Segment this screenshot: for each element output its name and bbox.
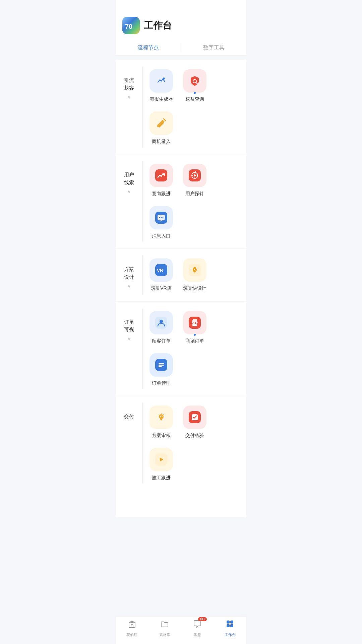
tool-mall-order[interactable]: 商场订单 <box>180 308 210 347</box>
messages-label: 消息 <box>194 632 201 637</box>
poster-icon-bg <box>149 69 173 93</box>
mall-order-icon-bg <box>183 311 206 334</box>
svg-line-39 <box>163 415 164 415</box>
nav-workbench[interactable]: 工作台 <box>214 619 247 637</box>
tab-digital[interactable]: 数字工具 <box>181 40 247 55</box>
attract-items: 海报生成器 权益查询 <box>143 66 246 147</box>
customer-order-label: 顾客订单 <box>152 338 171 344</box>
arrow-right-icon-bg <box>149 448 173 471</box>
rights-icon-bg <box>183 69 206 93</box>
messages-badge: 99+ <box>198 617 206 621</box>
section-leads: 用户线索 ∨ 意向跟进 <box>116 154 246 249</box>
nav-materials[interactable]: 素材库 <box>148 619 181 637</box>
customer-order-icon-bg <box>149 311 173 334</box>
svg-point-20 <box>163 217 164 218</box>
svg-line-38 <box>159 415 159 415</box>
svg-point-19 <box>161 217 162 218</box>
tool-arrow-right[interactable]: 施工跟进 <box>146 445 176 484</box>
svg-rect-45 <box>230 621 233 624</box>
leads-items: 意向跟进 用户探针 <box>143 161 246 242</box>
section-label-delivery: 交付 <box>116 403 142 421</box>
tool-order-manage[interactable]: 订单管理 <box>146 351 176 389</box>
section-label-attract: 引流获客 ∨ <box>116 66 142 100</box>
order-chevron[interactable]: ∨ <box>127 336 131 341</box>
tool-probe[interactable]: 用户探针 <box>180 161 210 200</box>
shop-icon <box>127 619 137 631</box>
tabs-bar: 流程节点 数字工具 <box>116 40 246 56</box>
tool-customer-order[interactable]: 顾客订单 <box>146 308 176 347</box>
nav-my-shop[interactable]: 我的店 <box>116 619 148 637</box>
attract-chevron[interactable]: ∨ <box>127 94 131 100</box>
mall-order-dot <box>194 334 196 336</box>
leads-chevron[interactable]: ∨ <box>127 189 131 194</box>
probe-icon-bg <box>183 164 206 187</box>
nav-messages[interactable]: 99+ 消息 <box>181 619 214 637</box>
content-area: 引流获客 ∨ 海报生成器 <box>116 60 246 517</box>
svg-rect-44 <box>227 621 230 624</box>
section-attract: 引流获客 ∨ 海报生成器 <box>116 60 246 154</box>
check-box-label: 交付核验 <box>185 432 204 439</box>
svg-rect-31 <box>159 365 164 366</box>
check-box-icon-bg <box>183 406 206 429</box>
grid-icon <box>225 619 235 631</box>
svg-rect-35 <box>160 419 162 420</box>
rights-label: 权益查询 <box>185 96 204 103</box>
tool-rights[interactable]: 权益查询 <box>180 66 210 105</box>
svg-point-15 <box>194 174 196 176</box>
arrow-right-label: 施工跟进 <box>152 475 171 481</box>
design-label: 方案设计 <box>124 266 134 281</box>
tool-opportunity[interactable]: 商机录入 <box>146 109 176 148</box>
tool-poster[interactable]: 海报生成器 <box>146 66 176 105</box>
svg-point-26 <box>160 320 163 323</box>
opportunity-label: 商机录入 <box>152 138 171 145</box>
delivery-items: 方案审核 交付核验 <box>143 403 246 484</box>
intention-icon-bg <box>149 164 173 187</box>
attract-label: 引流获客 <box>124 76 134 92</box>
section-order: 订单可视 ∨ 顾客订单 <box>116 302 246 396</box>
design-items: VR 筑巢VR店 筑巢快设计 <box>143 256 246 294</box>
svg-rect-30 <box>159 363 164 364</box>
my-shop-label: 我的店 <box>126 632 137 637</box>
tool-quick-design[interactable]: 筑巢快设计 <box>180 256 210 294</box>
poster-label: 海报生成器 <box>149 96 173 103</box>
design-chevron[interactable]: ∨ <box>127 283 131 289</box>
chat-bubble-icon: 99+ <box>193 619 202 631</box>
tab-flow[interactable]: 流程节点 <box>116 40 181 55</box>
section-design: 方案设计 ∨ VR 筑巢VR店 <box>116 249 246 302</box>
rights-dot <box>194 92 196 94</box>
tool-check-box[interactable]: 交付核验 <box>180 403 210 442</box>
quick-design-label: 筑巢快设计 <box>183 285 206 292</box>
mall-order-label: 商场订单 <box>185 338 204 344</box>
workbench-label: 工作台 <box>225 632 236 637</box>
vr-shop-icon-bg: VR <box>149 258 173 282</box>
message-label: 消息入口 <box>152 233 171 239</box>
svg-point-43 <box>131 621 133 623</box>
page-title: 工作台 <box>144 19 172 32</box>
section-label-design: 方案设计 ∨ <box>116 256 142 289</box>
svg-text:VR: VR <box>157 268 163 273</box>
materials-label: 素材库 <box>159 632 170 637</box>
order-label: 订单可视 <box>124 318 134 333</box>
quick-design-icon-bg <box>183 258 206 282</box>
message-icon-bg <box>149 206 173 229</box>
tool-message[interactable]: 消息入口 <box>146 203 176 242</box>
leads-label: 用户线索 <box>124 171 134 186</box>
avatar[interactable]: 70 <box>122 17 140 34</box>
order-manage-icon-bg <box>149 353 173 377</box>
svg-text:70: 70 <box>125 23 132 30</box>
svg-point-34 <box>159 414 164 419</box>
folder-icon <box>160 619 169 631</box>
tool-bulb[interactable]: 方案审核 <box>146 403 176 442</box>
tool-vr-shop[interactable]: VR 筑巢VR店 <box>146 256 176 294</box>
tool-intention[interactable]: 意向跟进 <box>146 161 176 200</box>
svg-rect-8 <box>155 169 167 181</box>
bottom-nav: 我的店 素材库 99+ 消息 工作台 <box>116 616 246 644</box>
section-label-order: 订单可视 ∨ <box>116 308 142 341</box>
order-items: 顾客订单 <box>143 308 246 389</box>
svg-rect-36 <box>161 420 162 420</box>
svg-point-24 <box>194 272 195 273</box>
delivery-label: 交付 <box>124 413 134 421</box>
svg-rect-32 <box>159 366 162 367</box>
intention-label: 意向跟进 <box>152 191 171 197</box>
svg-point-3 <box>163 77 165 79</box>
